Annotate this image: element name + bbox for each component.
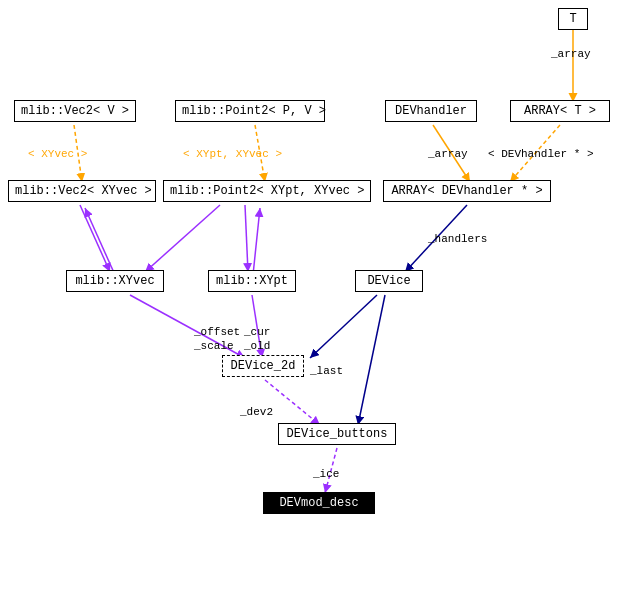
node-DEVice: DEVice [355,270,423,292]
node-ARRAY-DEVhandler: ARRAY< DEVhandler * > [383,180,551,202]
node-mlib-Point2-XYpt-XYvec: mlib::Point2< XYpt, XYvec > [163,180,371,202]
node-DEVmod-desc: DEVmod_desc [263,492,375,514]
svg-line-13 [358,295,385,425]
label-xyvec: < XYvec > [28,148,87,160]
label-array2: _array [428,148,468,160]
label-cur: _cur [244,326,270,338]
diagram-container: T ARRAY< T > DEVhandler mlib::Vec2< V > … [0,0,644,597]
node-mlib-Vec2-XYvec: mlib::Vec2< XYvec > [8,180,156,202]
node-mlib-XYvec: mlib::XYvec [66,270,164,292]
node-mlib-Point2-P-V: mlib::Point2< P, V > [175,100,325,122]
label-last: _last [310,365,343,377]
svg-line-9 [310,295,377,358]
label-old: _old [244,340,270,352]
label-scale: _scale [194,340,234,352]
label-ice: _ice [313,468,339,480]
node-mlib-XYpt: mlib::XYpt [208,270,296,292]
node-T: T [558,8,588,30]
label-dev-handler-ptr: < DEVhandler * > [488,148,594,160]
node-DEVice-2d: DEVice_2d [222,355,304,377]
node-DEVice-buttons: DEVice_buttons [278,423,396,445]
node-ARRAY-T: ARRAY< T > [510,100,610,122]
node-DEVhandler: DEVhandler [385,100,477,122]
label-dev2: _dev2 [240,406,273,418]
label-xypt-xyvec: < XYpt, XYvec > [183,148,282,160]
svg-line-15 [85,208,115,275]
label-array-top: _array [551,48,591,60]
svg-line-12 [265,380,320,425]
svg-line-6 [245,205,248,272]
svg-line-5 [80,205,110,272]
label-handlers: _handlers [428,233,487,245]
svg-line-16 [253,208,260,275]
node-mlib-Vec2-V: mlib::Vec2< V > [14,100,136,122]
svg-line-7 [145,205,220,272]
label-offset: _offset [194,326,240,338]
